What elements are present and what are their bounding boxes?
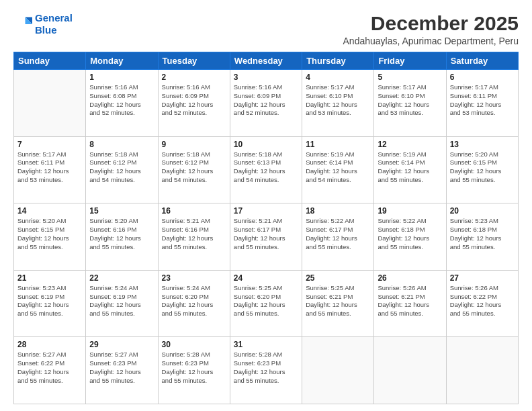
day-number: 4 [306,73,370,82]
calendar-cell: 17Sunrise: 5:21 AMSunset: 6:17 PMDayligh… [230,203,302,271]
day-number: 15 [89,206,154,216]
day-info: Sunrise: 5:22 AMSunset: 6:18 PMDaylight:… [378,217,442,251]
day-number: 25 [306,273,370,283]
calendar-cell: 4Sunrise: 5:17 AMSunset: 6:10 PMDaylight… [302,70,374,137]
calendar-cell: 5Sunrise: 5:17 AMSunset: 6:10 PMDaylight… [374,70,446,137]
weekday-header-monday: Monday [86,52,158,70]
calendar-cell: 6Sunrise: 5:17 AMSunset: 6:11 PMDaylight… [446,70,518,137]
calendar-cell: 7Sunrise: 5:17 AMSunset: 6:11 PMDaylight… [14,136,86,203]
subtitle: Andahuaylas, Apurimac Department, Peru [343,36,519,46]
day-number: 16 [162,206,226,216]
calendar-week-row: 7Sunrise: 5:17 AMSunset: 6:11 PMDaylight… [14,136,519,203]
calendar-cell: 14Sunrise: 5:20 AMSunset: 6:15 PMDayligh… [14,203,86,271]
calendar-week-row: 14Sunrise: 5:20 AMSunset: 6:15 PMDayligh… [14,203,519,271]
calendar-cell: 18Sunrise: 5:22 AMSunset: 6:17 PMDayligh… [302,203,374,271]
day-number: 7 [17,140,82,149]
calendar-cell: 19Sunrise: 5:22 AMSunset: 6:18 PMDayligh… [374,203,446,271]
day-info: Sunrise: 5:17 AMSunset: 6:10 PMDaylight:… [306,83,370,118]
calendar-cell: 13Sunrise: 5:20 AMSunset: 6:15 PMDayligh… [446,136,518,203]
calendar-cell [374,337,446,404]
day-info: Sunrise: 5:22 AMSunset: 6:17 PMDaylight:… [306,217,370,251]
day-info: Sunrise: 5:17 AMSunset: 6:10 PMDaylight:… [378,83,442,118]
calendar-cell: 27Sunrise: 5:26 AMSunset: 6:22 PMDayligh… [446,270,518,337]
day-info: Sunrise: 5:19 AMSunset: 6:14 PMDaylight:… [306,150,370,185]
calendar-cell: 25Sunrise: 5:25 AMSunset: 6:21 PMDayligh… [302,270,374,337]
day-number: 27 [450,273,515,283]
day-number: 29 [89,340,154,349]
day-number: 18 [306,206,370,216]
logo-line2: Blue [35,24,57,36]
calendar-cell: 2Sunrise: 5:16 AMSunset: 6:09 PMDaylight… [158,70,230,137]
weekday-header-saturday: Saturday [446,52,518,70]
calendar-cell: 26Sunrise: 5:26 AMSunset: 6:21 PMDayligh… [374,270,446,337]
day-info: Sunrise: 5:24 AMSunset: 6:20 PMDaylight:… [162,284,226,318]
calendar-cell: 10Sunrise: 5:18 AMSunset: 6:13 PMDayligh… [230,136,302,203]
day-info: Sunrise: 5:18 AMSunset: 6:12 PMDaylight:… [162,150,226,185]
title-section: December 2025 Andahuaylas, Apurimac Depa… [343,12,519,46]
calendar-cell: 31Sunrise: 5:28 AMSunset: 6:23 PMDayligh… [230,337,302,404]
day-number: 2 [162,73,226,82]
day-number: 21 [17,273,82,283]
month-title: December 2025 [343,12,519,34]
calendar-cell: 29Sunrise: 5:27 AMSunset: 6:23 PMDayligh… [86,337,158,404]
day-info: Sunrise: 5:20 AMSunset: 6:15 PMDaylight:… [450,150,515,185]
day-info: Sunrise: 5:21 AMSunset: 6:17 PMDaylight:… [234,217,298,251]
day-number: 23 [162,273,226,283]
calendar-cell [14,70,86,137]
day-info: Sunrise: 5:17 AMSunset: 6:11 PMDaylight:… [450,83,515,118]
calendar-cell: 22Sunrise: 5:24 AMSunset: 6:19 PMDayligh… [86,270,158,337]
day-number: 26 [378,273,442,283]
day-info: Sunrise: 5:16 AMSunset: 6:09 PMDaylight:… [162,83,226,118]
day-info: Sunrise: 5:19 AMSunset: 6:14 PMDaylight:… [378,150,442,185]
weekday-header-wednesday: Wednesday [230,52,302,70]
day-info: Sunrise: 5:20 AMSunset: 6:16 PMDaylight:… [89,217,154,251]
calendar-cell: 3Sunrise: 5:16 AMSunset: 6:09 PMDaylight… [230,70,302,137]
day-info: Sunrise: 5:25 AMSunset: 6:20 PMDaylight:… [234,284,298,318]
day-info: Sunrise: 5:25 AMSunset: 6:21 PMDaylight:… [306,284,370,318]
calendar-week-row: 28Sunrise: 5:27 AMSunset: 6:22 PMDayligh… [14,337,519,404]
logo-line1: General [35,12,73,24]
day-info: Sunrise: 5:17 AMSunset: 6:11 PMDaylight:… [17,150,82,185]
day-number: 14 [17,206,82,216]
day-number: 19 [378,206,442,216]
calendar-cell: 8Sunrise: 5:18 AMSunset: 6:12 PMDaylight… [86,136,158,203]
day-number: 11 [306,140,370,149]
day-number: 22 [89,273,154,283]
calendar-cell: 24Sunrise: 5:25 AMSunset: 6:20 PMDayligh… [230,270,302,337]
day-number: 24 [234,273,298,283]
day-info: Sunrise: 5:18 AMSunset: 6:12 PMDaylight:… [89,150,154,185]
day-info: Sunrise: 5:16 AMSunset: 6:09 PMDaylight:… [234,83,298,118]
weekday-header-friday: Friday [374,52,446,70]
day-number: 28 [17,340,82,349]
day-info: Sunrise: 5:26 AMSunset: 6:22 PMDaylight:… [450,284,515,318]
calendar-cell: 1Sunrise: 5:16 AMSunset: 6:08 PMDaylight… [86,70,158,137]
day-number: 1 [89,73,154,82]
logo-icon [13,15,32,34]
day-info: Sunrise: 5:28 AMSunset: 6:23 PMDaylight:… [162,351,226,385]
calendar-cell: 20Sunrise: 5:23 AMSunset: 6:18 PMDayligh… [446,203,518,271]
weekday-header-thursday: Thursday [302,52,374,70]
day-info: Sunrise: 5:18 AMSunset: 6:13 PMDaylight:… [234,150,298,185]
day-info: Sunrise: 5:27 AMSunset: 6:22 PMDaylight:… [17,351,82,385]
calendar-table: SundayMondayTuesdayWednesdayThursdayFrid… [13,52,519,404]
day-number: 8 [89,140,154,149]
page: General Blue December 2025 Andahuaylas, … [0,0,532,411]
day-info: Sunrise: 5:20 AMSunset: 6:15 PMDaylight:… [17,217,82,251]
calendar-cell: 28Sunrise: 5:27 AMSunset: 6:22 PMDayligh… [14,337,86,404]
day-info: Sunrise: 5:24 AMSunset: 6:19 PMDaylight:… [89,284,154,318]
day-info: Sunrise: 5:26 AMSunset: 6:21 PMDaylight:… [378,284,442,318]
day-number: 10 [234,140,298,149]
calendar-cell [302,337,374,404]
day-number: 9 [162,140,226,149]
day-number: 5 [378,73,442,82]
day-number: 20 [450,206,515,216]
calendar-week-row: 1Sunrise: 5:16 AMSunset: 6:08 PMDaylight… [14,70,519,137]
weekday-header-row: SundayMondayTuesdayWednesdayThursdayFrid… [14,52,519,70]
day-info: Sunrise: 5:23 AMSunset: 6:19 PMDaylight:… [17,284,82,318]
logo-text: General Blue [35,12,73,36]
day-number: 6 [450,73,515,82]
logo: General Blue [13,12,73,36]
day-number: 31 [234,340,298,349]
calendar-cell: 11Sunrise: 5:19 AMSunset: 6:14 PMDayligh… [302,136,374,203]
weekday-header-sunday: Sunday [14,52,86,70]
